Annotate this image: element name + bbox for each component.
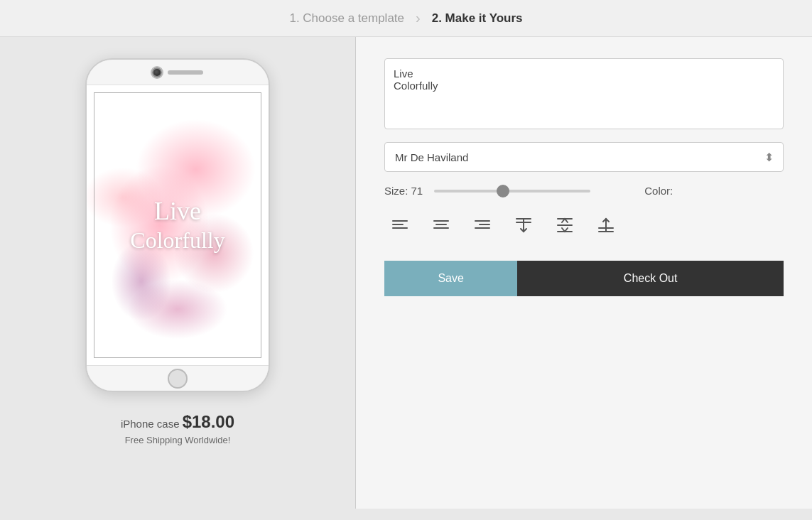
font-select[interactable]: Mr De Haviland Open Sans Roboto Pacifico	[384, 142, 784, 172]
pricing-area: iPhone case $18.00 Free Shipping Worldwi…	[121, 412, 234, 445]
text-area-box: Live Colorfully	[94, 92, 261, 358]
phone-screen: Live Colorfully	[87, 85, 269, 365]
color-label: Color:	[644, 185, 673, 197]
align-right-icon	[472, 215, 492, 235]
stepper-bar: 1. Choose a template › 2. Make it Yours	[0, 0, 812, 37]
camera-icon	[152, 67, 162, 77]
align-left-icon	[390, 215, 410, 235]
save-button[interactable]: Save	[384, 261, 517, 296]
align-right-button[interactable]	[467, 210, 498, 241]
step-chevron-icon: ›	[416, 10, 421, 26]
step1[interactable]: 1. Choose a template	[289, 11, 404, 26]
checkout-button[interactable]: Check Out	[517, 261, 784, 296]
phone-preview-text: Live Colorfully	[130, 196, 224, 254]
product-label: iPhone case	[121, 418, 180, 430]
size-color-row: Size: 71 Color:	[384, 185, 784, 197]
text-input[interactable]: Live Colorfully	[384, 58, 784, 129]
phone-top-bar	[87, 60, 269, 85]
vertical-middle-button[interactable]	[549, 210, 580, 241]
vertical-top-icon	[514, 215, 534, 235]
step2: 2. Make it Yours	[432, 11, 523, 26]
speaker-icon	[168, 70, 203, 75]
align-center-button[interactable]	[426, 210, 457, 241]
vertical-bottom-button[interactable]	[590, 210, 622, 241]
align-center-icon	[431, 215, 451, 235]
phone-text-line2: Colorfully	[130, 227, 224, 254]
alignment-row	[384, 210, 784, 241]
left-panel: Live Colorfully iPhone case $18.00 Free …	[0, 37, 355, 509]
shipping-label: Free Shipping Worldwide!	[121, 435, 234, 445]
size-label: Size: 71	[384, 185, 423, 197]
step1-label: 1. Choose a template	[289, 11, 404, 26]
right-panel: Live Colorfully Mr De Haviland Open Sans…	[356, 37, 812, 509]
phone-bottom-bar	[87, 365, 269, 391]
step2-label: 2. Make it Yours	[432, 11, 523, 26]
price-line: iPhone case $18.00	[121, 412, 234, 432]
home-button-icon	[168, 369, 188, 389]
font-selector-wrapper: Mr De Haviland Open Sans Roboto Pacifico…	[384, 142, 784, 172]
product-price: $18.00	[183, 412, 234, 431]
vertical-middle-icon	[555, 215, 575, 235]
phone-text-line1: Live	[130, 196, 224, 227]
size-slider[interactable]	[434, 190, 590, 193]
vertical-top-button[interactable]	[508, 210, 539, 241]
main-layout: Live Colorfully iPhone case $18.00 Free …	[0, 37, 812, 509]
align-left-button[interactable]	[384, 210, 416, 241]
phone-outer: Live Colorfully	[85, 58, 270, 392]
action-buttons: Save Check Out	[384, 261, 784, 296]
phone-mockup: Live Colorfully	[85, 58, 270, 392]
vertical-bottom-icon	[596, 215, 616, 235]
